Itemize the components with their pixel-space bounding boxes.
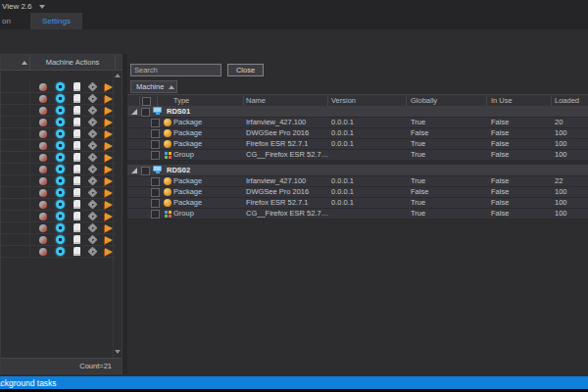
power-icon[interactable] [56, 247, 65, 256]
gear-icon[interactable] [89, 177, 96, 184]
left-panel-scrollbar[interactable] [113, 70, 122, 358]
gear-icon[interactable] [89, 224, 96, 231]
table-row[interactable]: PackageDWGSee Pro 20160.0.0.1FalseFalse1… [127, 187, 588, 198]
machine-row[interactable] [1, 211, 116, 222]
machine-row[interactable] [1, 81, 116, 93]
document-icon[interactable] [74, 118, 80, 126]
machine-row[interactable] [1, 152, 116, 164]
power-icon[interactable] [56, 200, 65, 209]
gear-icon[interactable] [89, 201, 96, 208]
scroll-up-icon[interactable] [115, 74, 121, 77]
preview-icon[interactable] [39, 189, 47, 197]
document-icon[interactable] [74, 129, 80, 138]
send-icon[interactable] [105, 130, 113, 138]
group-row[interactable]: RDS02 [127, 165, 588, 176]
machine-row[interactable] [1, 140, 116, 152]
power-icon[interactable] [56, 223, 65, 232]
table-row[interactable]: GroupCG__Firefox ESR 52.7.1_DWGSee Pro..… [127, 150, 588, 161]
machine-group-button[interactable]: Machine [130, 80, 177, 93]
select-all-checkbox[interactable] [142, 97, 151, 106]
document-icon[interactable] [74, 188, 80, 197]
machine-row[interactable] [1, 187, 116, 199]
preview-icon[interactable] [39, 83, 47, 91]
table-row[interactable]: GroupCG__Firefox ESR 52.7.1_DWGSee Pro..… [127, 209, 588, 220]
power-icon[interactable] [56, 141, 65, 150]
gear-icon[interactable] [89, 248, 96, 255]
gear-icon[interactable] [89, 166, 96, 172]
power-icon[interactable] [56, 129, 65, 138]
send-icon[interactable] [105, 83, 113, 91]
gear-icon[interactable] [89, 142, 96, 149]
power-icon[interactable] [56, 106, 65, 115]
gear-icon[interactable] [89, 154, 96, 161]
power-icon[interactable] [56, 153, 65, 162]
preview-icon[interactable] [39, 119, 47, 126]
table-row[interactable]: PackageFirefox ESR 52.7.10.0.0.1TrueFals… [127, 139, 588, 150]
power-icon[interactable] [56, 118, 65, 126]
preview-icon[interactable] [39, 166, 47, 173]
machine-row[interactable] [1, 175, 116, 187]
send-icon[interactable] [105, 224, 113, 232]
machine-row[interactable] [1, 128, 116, 140]
table-row[interactable]: PackageDWGSee Pro 20160.0.0.1FalseFalse1… [127, 128, 588, 139]
document-icon[interactable] [74, 106, 80, 115]
machine-row[interactable] [1, 234, 116, 246]
machine-row[interactable] [1, 93, 116, 105]
document-icon[interactable] [74, 176, 80, 185]
gear-icon[interactable] [89, 107, 96, 114]
table-row[interactable]: PackageIrfanview_427.1000.0.0.1TrueFalse… [127, 176, 588, 187]
send-icon[interactable] [105, 201, 113, 209]
send-icon[interactable] [105, 119, 113, 126]
tab-partial[interactable]: on [0, 13, 30, 29]
search-input[interactable] [130, 64, 221, 76]
row-checkbox[interactable] [151, 210, 160, 219]
send-icon[interactable] [105, 177, 113, 185]
gear-icon[interactable] [89, 119, 96, 125]
send-icon[interactable] [105, 107, 113, 115]
document-icon[interactable] [74, 94, 80, 103]
expander-expanded-icon[interactable] [131, 168, 137, 173]
machine-row[interactable] [1, 164, 116, 175]
preview-icon[interactable] [39, 142, 47, 150]
scroll-down-icon[interactable] [115, 350, 121, 354]
row-checkbox[interactable] [151, 151, 160, 160]
document-icon[interactable] [74, 223, 80, 232]
machine-actions-column-header[interactable]: Machine Actions [30, 55, 116, 70]
preview-icon[interactable] [39, 201, 47, 209]
preview-icon[interactable] [39, 213, 47, 220]
send-icon[interactable] [105, 189, 113, 197]
gear-icon[interactable] [89, 130, 96, 137]
chevron-down-icon[interactable] [39, 5, 45, 9]
preview-icon[interactable] [39, 95, 47, 103]
expander-expanded-icon[interactable] [131, 109, 137, 115]
document-icon[interactable] [74, 153, 80, 162]
machine-row[interactable] [1, 246, 116, 258]
power-icon[interactable] [56, 235, 65, 244]
send-icon[interactable] [105, 154, 113, 162]
machine-row[interactable] [1, 117, 116, 128]
row-checkbox[interactable] [151, 177, 160, 186]
sort-column-header[interactable] [1, 55, 30, 70]
preview-icon[interactable] [39, 107, 47, 115]
tab-settings[interactable]: Settings [30, 13, 82, 29]
machine-row[interactable] [1, 222, 116, 234]
preview-icon[interactable] [39, 248, 47, 256]
machine-row[interactable] [1, 105, 116, 117]
group-row[interactable]: RDS01 [127, 106, 588, 118]
send-icon[interactable] [105, 236, 113, 244]
row-checkbox[interactable] [151, 140, 160, 149]
group-checkbox[interactable] [141, 108, 150, 117]
send-icon[interactable] [105, 248, 113, 256]
preview-icon[interactable] [39, 154, 47, 162]
preview-icon[interactable] [39, 130, 47, 138]
row-checkbox[interactable] [151, 119, 160, 127]
row-checkbox[interactable] [151, 199, 160, 208]
power-icon[interactable] [56, 176, 65, 185]
document-icon[interactable] [74, 200, 80, 209]
gear-icon[interactable] [89, 95, 96, 102]
document-icon[interactable] [74, 212, 80, 220]
document-icon[interactable] [74, 165, 80, 173]
group-checkbox[interactable] [141, 167, 150, 175]
power-icon[interactable] [56, 165, 65, 173]
gear-icon[interactable] [89, 236, 96, 243]
